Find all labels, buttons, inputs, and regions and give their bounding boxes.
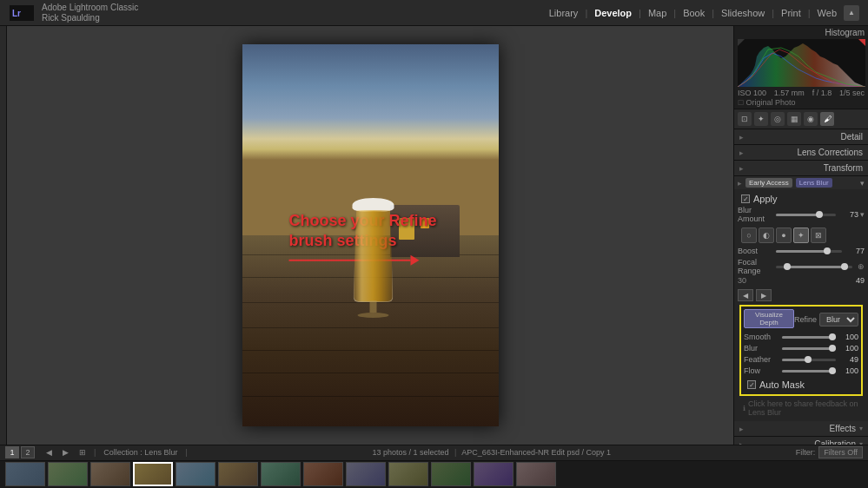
brush-icon-2[interactable]: ◐ xyxy=(759,228,774,243)
feedback-section: ℹ Click here to share feedback on Lens B… xyxy=(738,398,865,419)
page-2-btn[interactable]: 2 xyxy=(21,446,35,458)
range-btn-2[interactable]: ▶ xyxy=(756,289,772,301)
original-photo-label: ☐ Original Photo xyxy=(738,98,865,107)
photo-container xyxy=(242,44,499,426)
auto-mask-label: Auto Mask xyxy=(759,379,805,390)
lens-corrections-header[interactable]: ▸ Lens Corrections xyxy=(734,145,868,160)
lens-corrections-section: ▸ Lens Corrections xyxy=(734,145,868,161)
nav-right-btn[interactable]: ▶ xyxy=(60,447,71,458)
collection-label: Collection : Lens Blur xyxy=(101,447,180,458)
filmstrip-info: 13 photos / 1 selected | APC_663I-Enhanc… xyxy=(193,448,791,457)
nav-slideshow[interactable]: Slideshow xyxy=(718,6,768,20)
gradient-tool[interactable]: ▦ xyxy=(787,112,801,126)
photo-canvas[interactable]: Choose your Refine brush settings xyxy=(7,26,733,445)
filmstrip-filter: Filter: Filters Off xyxy=(796,446,863,458)
radial-tool[interactable]: ◉ xyxy=(804,112,818,126)
calibration-label: Calibration xyxy=(744,439,856,445)
topbar: Lr Adobe Lightroom Classic Rick Spauldin… xyxy=(0,0,868,26)
detail-header[interactable]: ▸ Detail xyxy=(734,129,868,144)
smooth-row: Smooth 100 xyxy=(744,333,858,341)
boost-row: Boost 77 xyxy=(738,247,865,255)
app-logo: Lr xyxy=(9,4,35,22)
thumb-5[interactable] xyxy=(176,462,215,486)
left-panel[interactable] xyxy=(0,26,7,445)
refine-label: Refine xyxy=(794,315,817,324)
auto-mask-row: ✓ Auto Mask xyxy=(744,378,858,392)
nav-library[interactable]: Library xyxy=(546,6,582,20)
focal-range-slider[interactable] xyxy=(776,266,852,268)
detail-label: Detail xyxy=(744,132,863,142)
flow-slider[interactable] xyxy=(782,370,836,373)
brush-icon-1[interactable]: ○ xyxy=(741,228,757,243)
thumb-8[interactable] xyxy=(303,462,343,486)
thumb-3[interactable] xyxy=(90,462,130,486)
tools-row: ⊡ ✦ ◎ ▦ ◉ 🖌 xyxy=(734,109,868,129)
thumb-10[interactable] xyxy=(388,462,428,486)
blur-amount-row: Blur Amount 73 ▾ xyxy=(738,206,865,223)
lens-blur-badge[interactable]: Lens Blur xyxy=(796,178,832,188)
lens-blur-panel: ✓ Apply Blur Amount 73 ▾ ○ ◐ ● ✦ ⊠ xyxy=(734,189,868,421)
svg-text:Lr: Lr xyxy=(12,9,21,18)
nav-map[interactable]: Map xyxy=(645,6,670,20)
feather-slider[interactable] xyxy=(782,359,836,361)
smooth-slider[interactable] xyxy=(782,336,836,339)
focal-range-row: Focal Range ⊕ xyxy=(738,258,865,275)
focal-range-values: 30 49 xyxy=(738,276,865,285)
transform-label: Transform xyxy=(744,163,863,173)
apply-checkbox[interactable]: ✓ xyxy=(741,195,750,203)
brush-icon-5[interactable]: ⊠ xyxy=(811,228,826,243)
apply-label: Apply xyxy=(753,194,778,204)
range-btn-1[interactable]: ◀ xyxy=(738,289,753,301)
brush-icons-row: ○ ◐ ● ✦ ⊠ xyxy=(738,226,865,245)
early-access-badge[interactable]: Early Access xyxy=(745,178,792,188)
bottom-bar: 1 2 ◀ ▶ ⊞ | Collection : Lens Blur | 13 … xyxy=(0,445,868,488)
thumb-2[interactable] xyxy=(48,462,88,486)
lens-corrections-label: Lens Corrections xyxy=(744,148,863,157)
flow-row: Flow 100 xyxy=(744,366,858,375)
topbar-nav: Library | Develop | Map | Book | Slidesh… xyxy=(546,5,859,21)
thumb-1[interactable] xyxy=(5,462,45,486)
filter-value[interactable]: Filters Off xyxy=(818,446,863,458)
thumb-4-selected[interactable] xyxy=(133,462,173,486)
thumb-13[interactable] xyxy=(516,462,556,486)
nav-print[interactable]: Print xyxy=(778,6,805,20)
transform-section: ▸ Transform xyxy=(734,161,868,176)
nav-develop[interactable]: Develop xyxy=(591,6,635,20)
grid-view-btn[interactable]: ⊞ xyxy=(76,447,89,458)
refine-header-row: Visualize Depth Refine Blur xyxy=(744,309,858,330)
effects-section[interactable]: ▸ Effects ▾ xyxy=(734,421,868,437)
page-1-btn[interactable]: 1 xyxy=(5,446,19,458)
nav-book[interactable]: Book xyxy=(679,6,708,20)
nav-left-btn[interactable]: ◀ xyxy=(43,447,55,458)
visualize-depth-btn[interactable]: Visualize Depth xyxy=(744,309,794,328)
thumb-9[interactable] xyxy=(346,462,386,486)
right-panel: Histogram xyxy=(733,26,868,445)
thumb-7[interactable] xyxy=(261,462,301,486)
thumb-11[interactable] xyxy=(431,462,471,486)
brush-tool[interactable]: 🖌 xyxy=(820,112,834,126)
feedback-text[interactable]: Click here to share feedback on Lens Blu… xyxy=(748,399,859,417)
crop-tool[interactable]: ⊡ xyxy=(738,112,752,126)
filmstrip xyxy=(0,461,868,488)
thumb-6[interactable] xyxy=(218,462,258,486)
auto-mask-checkbox[interactable]: ✓ xyxy=(747,380,756,389)
nav-expand[interactable]: ▲ xyxy=(844,5,859,21)
redeye-tool[interactable]: ◎ xyxy=(771,112,785,126)
main-area: Choose your Refine brush settings Histog… xyxy=(0,26,868,445)
brush-icon-3[interactable]: ● xyxy=(776,228,792,243)
app-name: Adobe Lightroom Classic Rick Spaulding xyxy=(42,3,138,23)
transform-header[interactable]: ▸ Transform xyxy=(734,161,868,175)
page-nums: 1 2 xyxy=(5,446,35,458)
apply-row: ✓ Apply xyxy=(738,192,865,206)
boost-slider[interactable] xyxy=(776,250,842,253)
effects-label: Effects xyxy=(744,424,856,433)
brush-icon-4[interactable]: ✦ xyxy=(793,228,809,243)
blur-amount-slider[interactable] xyxy=(776,214,836,216)
beer-glass xyxy=(343,198,404,320)
refine-select[interactable]: Blur xyxy=(819,313,858,326)
calibration-section[interactable]: ▸ Calibration ▾ xyxy=(734,437,868,445)
healing-tool[interactable]: ✦ xyxy=(754,112,768,126)
nav-web[interactable]: Web xyxy=(814,6,840,20)
blur-sub-slider[interactable] xyxy=(782,347,836,350)
thumb-12[interactable] xyxy=(474,462,514,486)
